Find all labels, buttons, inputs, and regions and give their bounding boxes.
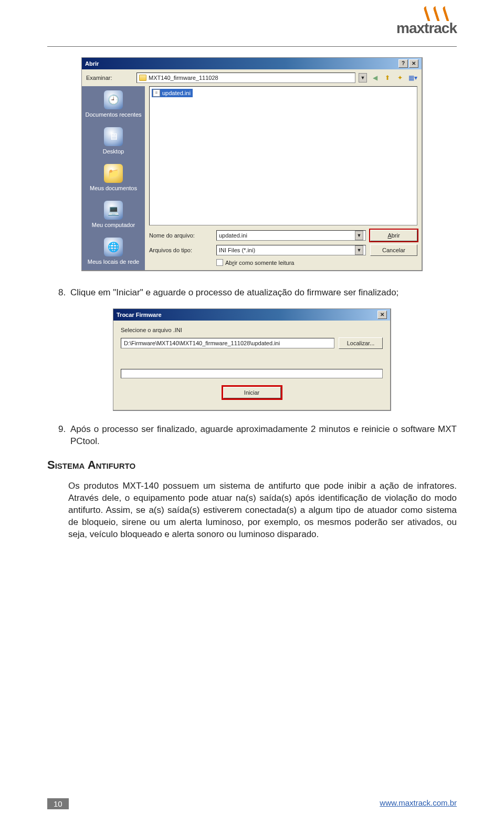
dialog-toolbar: ◀ ⬆ ✦ ▦▾ [370,73,417,83]
filename-value: updated.ini [219,232,247,239]
antifurto-paragraph: Os produtos MXT-140 possuem um sistema d… [68,480,457,541]
firmware-titlebar[interactable]: Trocar Firmware ✕ [113,309,390,321]
filename-label: Nome do arquivo: [149,232,212,239]
examine-label: Examinar: [86,75,133,81]
firmware-dialog: Trocar Firmware ✕ Selecione o arquivo .I… [113,308,391,411]
help-button[interactable]: ? [398,59,408,68]
filename-input[interactable]: updated.ini ▼ [216,230,366,241]
dialog-titlebar[interactable]: Abrir ? ✕ [82,58,422,69]
readonly-label: Abrir como somente leitura [225,260,294,266]
filename-dropdown-arrow[interactable]: ▼ [355,231,363,240]
sidebar-label: Documentos recentes [86,111,142,118]
close-button[interactable]: ✕ [377,311,387,319]
sidebar-item-desktop[interactable]: 🖥 Desktop [82,123,145,160]
close-button[interactable]: ✕ [409,59,418,68]
footer-url-link[interactable]: www.maxtrack.com.br [380,798,457,809]
sidebar-label: Meus documentos [90,185,137,191]
sidebar-item-mydocs[interactable]: 📁 Meus documentos [82,160,145,197]
step-9: Após o processo ser finalizado, aguarde … [68,424,457,448]
folder-icon [139,75,146,81]
back-icon[interactable]: ◀ [370,73,380,83]
filetype-dropdown-arrow[interactable]: ▼ [355,245,363,255]
sidebar-label: Meus locais de rede [88,259,139,265]
open-file-dialog: Abrir ? ✕ Examinar: MXT140_firmware_1110… [81,57,423,271]
up-icon[interactable]: ⬆ [383,73,392,83]
filetype-select[interactable]: INI Files (*.ini) ▼ [216,245,366,255]
readonly-checkbox[interactable] [216,259,223,266]
cancel-button[interactable]: Cancelar [370,244,417,256]
logo-text: maxtrack [396,20,457,37]
progress-bar [121,369,383,378]
places-sidebar: 🕘 Documentos recentes 🖥 Desktop 📁 Meus d… [82,86,145,270]
sidebar-item-network[interactable]: 🌐 Meus locais de rede [82,233,145,270]
dialog-title: Abrir [85,60,99,67]
desktop-icon: 🖥 [104,127,123,146]
locate-button[interactable]: Localizar... [339,337,383,349]
brand-logo: maxtrack [396,6,457,37]
sidebar-item-recent[interactable]: 🕘 Documentos recentes [82,86,145,123]
file-item-label: updated.ini [162,90,191,96]
header-divider [47,46,457,47]
filetype-label: Arquivos do tipo: [149,247,212,253]
sidebar-label: Desktop [103,148,124,154]
computer-icon: 💻 [104,201,123,220]
step-8: Clique em "Iniciar" e aguarde o processo… [68,287,457,299]
sidebar-label: Meu computador [92,222,135,228]
section-heading-antifurto: Sistema Antifurto [47,458,457,472]
firmware-title: Trocar Firmware [117,312,162,318]
documents-icon: 📁 [104,164,123,183]
select-ini-label: Selecione o arquivo .INI [121,327,383,333]
filetype-value: INI Files (*.ini) [219,247,255,253]
recent-docs-icon: 🕘 [104,90,123,109]
file-list-area[interactable]: ≡ updated.ini [149,86,417,225]
page-footer: 10 www.maxtrack.com.br [0,798,504,809]
network-places-icon: 🌐 [104,238,123,256]
examine-dropdown-arrow[interactable]: ▼ [359,73,367,83]
new-folder-icon[interactable]: ✦ [395,73,405,83]
examine-value: MXT140_firmware_111028 [149,75,218,81]
examine-combo[interactable]: MXT140_firmware_111028 [136,73,355,83]
sidebar-item-mycomputer[interactable]: 💻 Meu computador [82,197,145,233]
open-button[interactable]: Abrir [370,230,417,241]
start-button[interactable]: Iniciar [223,387,281,398]
firmware-path-input[interactable]: D:\Firmware\MXT140\MXT140_firmware_11102… [121,338,334,348]
views-icon[interactable]: ▦▾ [408,73,417,83]
page-number: 10 [47,798,69,809]
ini-file-icon: ≡ [153,89,160,97]
file-item-updated-ini[interactable]: ≡ updated.ini [152,89,193,97]
